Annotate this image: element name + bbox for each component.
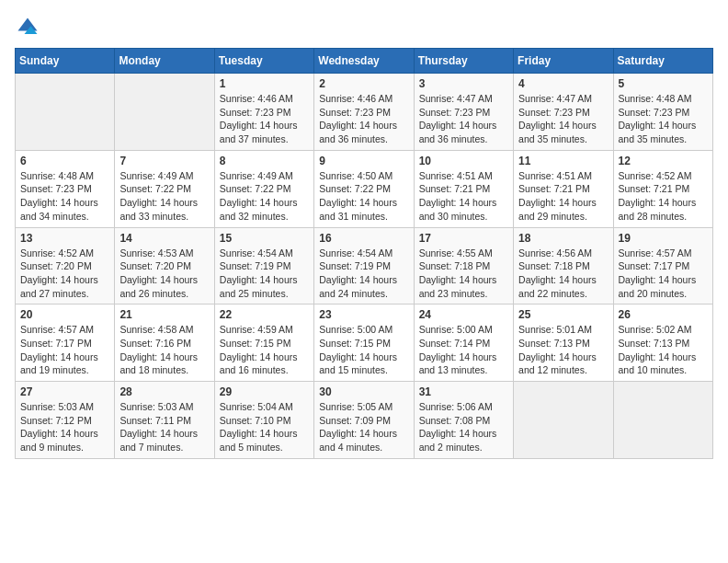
calendar-cell: 29Sunrise: 5:04 AM Sunset: 7:10 PM Dayli… bbox=[214, 382, 313, 459]
day-info: Sunrise: 4:54 AM Sunset: 7:19 PM Dayligh… bbox=[319, 247, 408, 301]
day-info: Sunrise: 4:47 AM Sunset: 7:23 PM Dayligh… bbox=[518, 92, 608, 146]
day-info: Sunrise: 4:57 AM Sunset: 7:17 PM Dayligh… bbox=[20, 323, 109, 377]
day-number: 13 bbox=[20, 232, 109, 245]
calendar-cell: 17Sunrise: 4:55 AM Sunset: 7:18 PM Dayli… bbox=[414, 227, 513, 304]
day-info: Sunrise: 4:49 AM Sunset: 7:22 PM Dayligh… bbox=[220, 169, 309, 224]
day-number: 1 bbox=[220, 77, 309, 90]
day-info: Sunrise: 4:59 AM Sunset: 7:15 PM Dayligh… bbox=[220, 323, 309, 377]
day-number: 10 bbox=[419, 155, 508, 167]
calendar-cell: 10Sunrise: 4:51 AM Sunset: 7:21 PM Dayli… bbox=[414, 150, 513, 227]
calendar-cell: 9Sunrise: 4:50 AM Sunset: 7:22 PM Daylig… bbox=[314, 150, 414, 227]
calendar-cell bbox=[16, 74, 115, 151]
day-number: 11 bbox=[518, 155, 608, 167]
calendar-cell: 11Sunrise: 4:51 AM Sunset: 7:21 PM Dayli… bbox=[514, 150, 613, 227]
day-number: 17 bbox=[419, 232, 508, 245]
calendar-cell: 1Sunrise: 4:46 AM Sunset: 7:23 PM Daylig… bbox=[214, 74, 313, 151]
calendar-cell: 4Sunrise: 4:47 AM Sunset: 7:23 PM Daylig… bbox=[514, 74, 613, 151]
calendar-cell bbox=[514, 382, 613, 459]
day-info: Sunrise: 5:03 AM Sunset: 7:11 PM Dayligh… bbox=[119, 400, 209, 454]
calendar-cell: 16Sunrise: 4:54 AM Sunset: 7:19 PM Dayli… bbox=[314, 227, 414, 304]
day-info: Sunrise: 4:51 AM Sunset: 7:21 PM Dayligh… bbox=[419, 169, 508, 224]
calendar-cell: 12Sunrise: 4:52 AM Sunset: 7:21 PM Dayli… bbox=[613, 150, 712, 227]
day-info: Sunrise: 5:02 AM Sunset: 7:13 PM Dayligh… bbox=[619, 323, 708, 377]
day-info: Sunrise: 4:52 AM Sunset: 7:20 PM Dayligh… bbox=[20, 247, 109, 301]
weekday-header: Friday bbox=[514, 49, 613, 74]
day-number: 4 bbox=[518, 77, 608, 90]
day-info: Sunrise: 4:58 AM Sunset: 7:16 PM Dayligh… bbox=[119, 323, 209, 377]
day-info: Sunrise: 4:47 AM Sunset: 7:23 PM Dayligh… bbox=[419, 92, 508, 146]
logo bbox=[15, 15, 44, 40]
day-info: Sunrise: 4:46 AM Sunset: 7:23 PM Dayligh… bbox=[319, 92, 408, 146]
weekday-header: Thursday bbox=[414, 49, 513, 74]
day-number: 19 bbox=[619, 232, 708, 245]
day-number: 7 bbox=[119, 155, 209, 167]
day-number: 24 bbox=[419, 308, 508, 321]
day-number: 29 bbox=[220, 385, 309, 398]
calendar-week-row: 6Sunrise: 4:48 AM Sunset: 7:23 PM Daylig… bbox=[16, 150, 713, 227]
calendar-cell: 25Sunrise: 5:01 AM Sunset: 7:13 PM Dayli… bbox=[514, 304, 613, 382]
page-header bbox=[15, 15, 713, 40]
calendar-cell: 7Sunrise: 4:49 AM Sunset: 7:22 PM Daylig… bbox=[115, 150, 214, 227]
day-info: Sunrise: 4:54 AM Sunset: 7:19 PM Dayligh… bbox=[220, 247, 309, 301]
day-number: 30 bbox=[319, 385, 408, 398]
day-info: Sunrise: 5:06 AM Sunset: 7:08 PM Dayligh… bbox=[419, 400, 508, 454]
calendar-cell: 6Sunrise: 4:48 AM Sunset: 7:23 PM Daylig… bbox=[16, 150, 115, 227]
calendar-cell: 30Sunrise: 5:05 AM Sunset: 7:09 PM Dayli… bbox=[314, 382, 414, 459]
day-number: 9 bbox=[319, 155, 408, 167]
day-number: 2 bbox=[319, 77, 408, 90]
weekday-header: Saturday bbox=[613, 49, 712, 74]
day-number: 16 bbox=[319, 232, 408, 245]
calendar-cell: 8Sunrise: 4:49 AM Sunset: 7:22 PM Daylig… bbox=[214, 150, 313, 227]
day-info: Sunrise: 5:00 AM Sunset: 7:15 PM Dayligh… bbox=[319, 323, 408, 377]
day-number: 15 bbox=[220, 232, 309, 245]
calendar-week-row: 13Sunrise: 4:52 AM Sunset: 7:20 PM Dayli… bbox=[16, 227, 713, 304]
calendar-cell: 24Sunrise: 5:00 AM Sunset: 7:14 PM Dayli… bbox=[414, 304, 513, 382]
day-info: Sunrise: 5:01 AM Sunset: 7:13 PM Dayligh… bbox=[518, 323, 608, 377]
day-number: 3 bbox=[419, 77, 508, 90]
svg-marker-0 bbox=[18, 18, 38, 31]
calendar-cell: 2Sunrise: 4:46 AM Sunset: 7:23 PM Daylig… bbox=[314, 74, 414, 151]
calendar-cell bbox=[613, 382, 712, 459]
day-info: Sunrise: 4:48 AM Sunset: 7:23 PM Dayligh… bbox=[20, 169, 109, 224]
day-info: Sunrise: 4:55 AM Sunset: 7:18 PM Dayligh… bbox=[419, 247, 508, 301]
day-info: Sunrise: 4:51 AM Sunset: 7:21 PM Dayligh… bbox=[518, 169, 608, 224]
calendar-cell: 28Sunrise: 5:03 AM Sunset: 7:11 PM Dayli… bbox=[115, 382, 214, 459]
day-info: Sunrise: 4:49 AM Sunset: 7:22 PM Dayligh… bbox=[119, 169, 209, 224]
calendar-cell: 20Sunrise: 4:57 AM Sunset: 7:17 PM Dayli… bbox=[16, 304, 115, 382]
calendar-week-row: 20Sunrise: 4:57 AM Sunset: 7:17 PM Dayli… bbox=[16, 304, 713, 382]
weekday-header: Monday bbox=[115, 49, 214, 74]
calendar-cell: 5Sunrise: 4:48 AM Sunset: 7:23 PM Daylig… bbox=[613, 74, 712, 151]
calendar-cell: 15Sunrise: 4:54 AM Sunset: 7:19 PM Dayli… bbox=[214, 227, 313, 304]
calendar-cell: 31Sunrise: 5:06 AM Sunset: 7:08 PM Dayli… bbox=[414, 382, 513, 459]
day-number: 31 bbox=[419, 385, 508, 398]
day-info: Sunrise: 5:03 AM Sunset: 7:12 PM Dayligh… bbox=[20, 400, 109, 454]
day-info: Sunrise: 4:48 AM Sunset: 7:23 PM Dayligh… bbox=[619, 92, 708, 146]
day-number: 28 bbox=[119, 385, 209, 398]
weekday-header: Sunday bbox=[16, 49, 115, 74]
logo-icon bbox=[15, 15, 40, 40]
calendar-cell: 21Sunrise: 4:58 AM Sunset: 7:16 PM Dayli… bbox=[115, 304, 214, 382]
day-info: Sunrise: 5:00 AM Sunset: 7:14 PM Dayligh… bbox=[419, 323, 508, 377]
day-number: 27 bbox=[20, 385, 109, 398]
day-number: 20 bbox=[20, 308, 109, 321]
day-number: 26 bbox=[619, 308, 708, 321]
day-info: Sunrise: 5:04 AM Sunset: 7:10 PM Dayligh… bbox=[220, 400, 309, 454]
day-number: 25 bbox=[518, 308, 608, 321]
calendar-cell: 14Sunrise: 4:53 AM Sunset: 7:20 PM Dayli… bbox=[115, 227, 214, 304]
day-info: Sunrise: 5:05 AM Sunset: 7:09 PM Dayligh… bbox=[319, 400, 408, 454]
day-number: 22 bbox=[220, 308, 309, 321]
day-number: 14 bbox=[119, 232, 209, 245]
day-number: 21 bbox=[119, 308, 209, 321]
weekday-header: Wednesday bbox=[314, 49, 414, 74]
calendar-cell: 22Sunrise: 4:59 AM Sunset: 7:15 PM Dayli… bbox=[214, 304, 313, 382]
day-number: 12 bbox=[619, 155, 708, 167]
calendar-table: SundayMondayTuesdayWednesdayThursdayFrid… bbox=[15, 48, 713, 459]
day-info: Sunrise: 4:56 AM Sunset: 7:18 PM Dayligh… bbox=[518, 247, 608, 301]
calendar-cell: 23Sunrise: 5:00 AM Sunset: 7:15 PM Dayli… bbox=[314, 304, 414, 382]
day-info: Sunrise: 4:57 AM Sunset: 7:17 PM Dayligh… bbox=[619, 247, 708, 301]
day-info: Sunrise: 4:46 AM Sunset: 7:23 PM Dayligh… bbox=[220, 92, 309, 146]
calendar-cell: 18Sunrise: 4:56 AM Sunset: 7:18 PM Dayli… bbox=[514, 227, 613, 304]
calendar-cell: 27Sunrise: 5:03 AM Sunset: 7:12 PM Dayli… bbox=[16, 382, 115, 459]
calendar-week-row: 1Sunrise: 4:46 AM Sunset: 7:23 PM Daylig… bbox=[16, 74, 713, 151]
weekday-header: Tuesday bbox=[214, 49, 313, 74]
